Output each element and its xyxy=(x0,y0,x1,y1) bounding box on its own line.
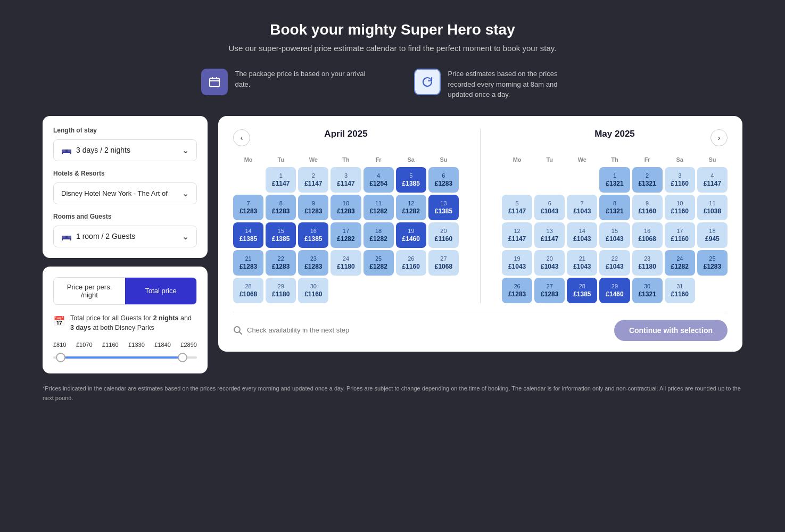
next-month-btn[interactable]: › xyxy=(710,129,728,146)
slider-thumb-right[interactable] xyxy=(178,353,187,362)
table-row[interactable]: 16£1068 xyxy=(632,222,663,248)
cell-price: £1385 xyxy=(239,235,257,243)
table-row[interactable]: 12£1147 xyxy=(502,222,532,248)
cell-price: £1068 xyxy=(435,263,452,270)
table-row[interactable]: 30£1160 xyxy=(298,278,328,303)
continue-button[interactable]: Continue with selection xyxy=(614,320,728,341)
table-row[interactable]: 18£945 xyxy=(697,222,728,248)
table-row[interactable]: 29£1180 xyxy=(266,278,296,303)
day-number: 6 xyxy=(442,172,445,179)
table-row[interactable]: 14£1385 xyxy=(233,222,263,248)
table-row[interactable]: 6£1043 xyxy=(534,195,565,220)
table-row[interactable]: 13£1147 xyxy=(534,222,565,248)
table-row[interactable]: 17£1160 xyxy=(665,222,695,248)
table-row[interactable]: 27£1068 xyxy=(428,250,459,276)
may-dow: Mo xyxy=(502,154,532,165)
table-row[interactable]: 2£1321 xyxy=(632,167,663,193)
table-row[interactable]: 25£1282 xyxy=(363,250,394,276)
day-number: 8 xyxy=(613,200,616,206)
table-row[interactable]: 4£1254 xyxy=(363,167,394,193)
table-row[interactable]: 13£1385 xyxy=(428,195,459,220)
day-number: 1 xyxy=(613,172,616,179)
table-row[interactable]: 3£1160 xyxy=(665,167,695,193)
table-row[interactable]: 9£1283 xyxy=(298,195,328,220)
room-icon xyxy=(61,232,72,240)
svg-rect-0 xyxy=(210,78,219,87)
april-dow: Su xyxy=(428,154,459,165)
table-row[interactable]: 4£1147 xyxy=(697,167,728,193)
cal-empty xyxy=(502,167,532,193)
price-slider[interactable] xyxy=(53,352,197,363)
day-number: 26 xyxy=(408,255,414,262)
table-row[interactable]: 21£1283 xyxy=(233,250,263,276)
table-row[interactable]: 11£1038 xyxy=(697,195,728,220)
table-row[interactable]: 26£1160 xyxy=(396,250,426,276)
may-dow: Sa xyxy=(665,154,695,165)
table-row[interactable]: 3£1147 xyxy=(330,167,361,193)
table-row[interactable]: 2£1147 xyxy=(298,167,328,193)
price-per-person-btn[interactable]: Price per pers. /night xyxy=(54,278,125,304)
prev-month-btn[interactable]: ‹ xyxy=(233,129,250,146)
rooms-select[interactable]: 1 room / 2 Guests ⌄ xyxy=(53,226,197,247)
main-layout: Length of stay 3 days / 2 nights xyxy=(43,116,742,374)
table-row[interactable]: 5£1385 xyxy=(396,167,426,193)
table-row[interactable]: 24£1180 xyxy=(330,250,361,276)
day-number: 21 xyxy=(245,255,251,262)
table-row[interactable]: 19£1043 xyxy=(502,250,532,276)
table-row[interactable]: 20£1043 xyxy=(534,250,565,276)
total-price-btn[interactable]: Total price xyxy=(125,278,196,304)
slider-fill xyxy=(53,356,197,359)
table-row[interactable]: 29£1460 xyxy=(599,278,630,303)
may-dow: Su xyxy=(697,154,728,165)
table-row[interactable]: 15£1043 xyxy=(599,222,630,248)
table-row[interactable]: 10£1283 xyxy=(330,195,361,220)
table-row[interactable]: 8£1321 xyxy=(599,195,630,220)
table-row[interactable]: 17£1282 xyxy=(330,222,361,248)
table-row[interactable]: 1£1321 xyxy=(599,167,630,193)
price-nights: 2 nights xyxy=(153,314,179,322)
table-row[interactable]: 22£1283 xyxy=(266,250,296,276)
cell-price: £1282 xyxy=(369,207,387,215)
cell-price: £1043 xyxy=(606,235,623,243)
table-row[interactable]: 27£1283 xyxy=(534,278,565,303)
slider-thumb-left[interactable] xyxy=(56,353,65,362)
table-row[interactable]: 28£1068 xyxy=(233,278,263,303)
table-row[interactable]: 7£1283 xyxy=(233,195,263,220)
table-row[interactable]: 23£1180 xyxy=(632,250,663,276)
table-row[interactable]: 12£1282 xyxy=(396,195,426,220)
table-row[interactable]: 19£1460 xyxy=(396,222,426,248)
table-row[interactable]: 11£1282 xyxy=(363,195,394,220)
table-row[interactable]: 26£1283 xyxy=(502,278,532,303)
stay-select[interactable]: 3 days / 2 nights ⌄ xyxy=(53,139,197,161)
table-row[interactable]: 25£1283 xyxy=(697,250,728,276)
table-row[interactable]: 24£1282 xyxy=(665,250,695,276)
table-row[interactable]: 9£1160 xyxy=(632,195,663,220)
table-row[interactable]: 8£1283 xyxy=(266,195,296,220)
table-row[interactable]: 14£1043 xyxy=(567,222,597,248)
calendar-icon-box xyxy=(201,69,228,95)
table-row[interactable]: 30£1321 xyxy=(632,278,663,303)
table-row[interactable]: 16£1385 xyxy=(298,222,328,248)
day-number: 9 xyxy=(312,200,315,206)
day-number: 12 xyxy=(408,200,414,206)
table-row[interactable]: 21£1043 xyxy=(567,250,597,276)
cell-price: £945 xyxy=(705,235,720,243)
table-row[interactable]: 5£1147 xyxy=(502,195,532,220)
table-row[interactable]: 15£1385 xyxy=(266,222,296,248)
day-number: 28 xyxy=(245,283,251,289)
table-row[interactable]: 22£1043 xyxy=(599,250,630,276)
hotel-select[interactable]: Disney Hotel New York - The Art of ⌄ xyxy=(53,182,197,204)
table-row[interactable]: 6£1283 xyxy=(428,167,459,193)
table-row[interactable]: 28£1385 xyxy=(567,278,597,303)
table-row[interactable]: 1£1147 xyxy=(266,167,296,193)
table-row[interactable]: 18£1282 xyxy=(363,222,394,248)
info-bar: The package price is based on your arriv… xyxy=(43,69,742,100)
table-row[interactable]: 31£1160 xyxy=(665,278,695,303)
table-row[interactable]: 7£1043 xyxy=(567,195,597,220)
table-row[interactable]: 10£1160 xyxy=(665,195,695,220)
cell-price: £1160 xyxy=(638,207,656,215)
table-row[interactable]: 20£1160 xyxy=(428,222,459,248)
check-availability: Check availability in the next step xyxy=(233,326,349,335)
cell-price: £1282 xyxy=(369,235,387,243)
table-row[interactable]: 23£1283 xyxy=(298,250,328,276)
